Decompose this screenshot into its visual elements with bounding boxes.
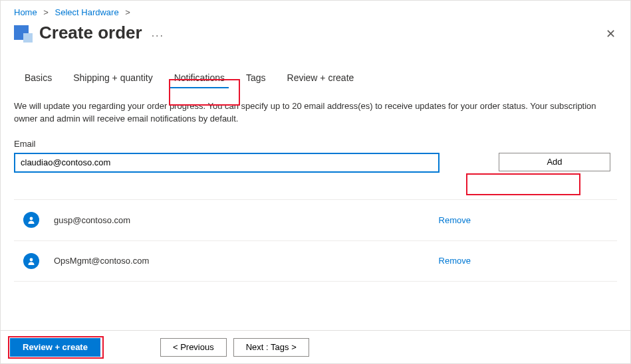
- email-input-row: Add: [1, 151, 630, 173]
- tab-basics[interactable]: Basics: [14, 67, 63, 90]
- breadcrumb: Home > Select Hardware >: [1, 1, 630, 21]
- svg-point-1: [30, 258, 33, 261]
- user-icon: [23, 212, 39, 228]
- breadcrumb-home[interactable]: Home: [14, 7, 37, 17]
- add-button[interactable]: Add: [499, 153, 610, 171]
- close-icon[interactable]: ✕: [606, 27, 616, 41]
- tab-shipping[interactable]: Shipping + quantity: [63, 67, 163, 90]
- previous-button[interactable]: < Previous: [160, 338, 227, 357]
- remove-link[interactable]: Remove: [439, 256, 471, 266]
- tab-tags[interactable]: Tags: [235, 67, 277, 90]
- next-button[interactable]: Next : Tags >: [233, 338, 309, 357]
- more-icon[interactable]: ···: [152, 30, 164, 42]
- chevron-right-icon: >: [43, 7, 49, 17]
- email-address: OpsMgmt@contoso.com: [54, 256, 439, 266]
- list-item: gusp@contoso.com Remove: [14, 199, 617, 240]
- title-row: Create order ··· ✕: [1, 21, 630, 46]
- email-input[interactable]: [14, 153, 440, 173]
- svg-point-0: [30, 217, 33, 221]
- footer: Review + create < Previous Next : Tags >: [1, 330, 630, 363]
- email-label: Email: [1, 126, 630, 151]
- review-create-button[interactable]: Review + create: [10, 338, 100, 357]
- tabs: Basics Shipping + quantity Notifications…: [1, 46, 630, 90]
- order-icon: [14, 24, 33, 43]
- remove-link[interactable]: Remove: [439, 215, 471, 225]
- email-address: gusp@contoso.com: [54, 215, 439, 225]
- email-list: gusp@contoso.com Remove OpsMgmt@contoso.…: [1, 173, 630, 282]
- breadcrumb-select-hardware[interactable]: Select Hardware: [55, 7, 119, 17]
- tab-notifications[interactable]: Notifications: [164, 67, 235, 90]
- page-title: Create order: [39, 23, 142, 43]
- tab-review[interactable]: Review + create: [277, 67, 365, 90]
- chevron-right-icon: >: [125, 7, 130, 17]
- description-text: We will update you regarding your order …: [1, 90, 630, 126]
- list-item: OpsMgmt@contoso.com Remove: [14, 240, 617, 282]
- user-icon: [23, 253, 39, 269]
